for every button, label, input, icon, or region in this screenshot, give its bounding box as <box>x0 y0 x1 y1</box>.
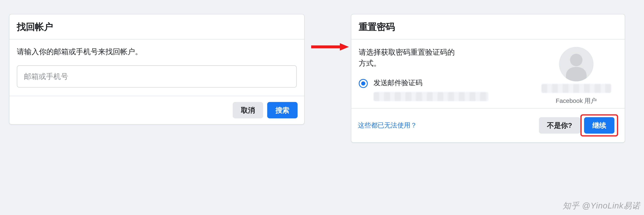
find-account-body: 请输入你的邮箱或手机号来找回帐户。 <box>10 39 304 96</box>
email-or-phone-input[interactable] <box>17 65 297 88</box>
find-account-instruction: 请输入你的邮箱或手机号来找回帐户。 <box>17 47 297 57</box>
masked-email <box>374 92 488 101</box>
user-preview: Facebook 用户 <box>535 47 618 105</box>
reset-password-card: 重置密码 请选择获取密码重置验证码的方式。 发送邮件验证码 <box>351 14 625 143</box>
send-email-code-option[interactable]: 发送邮件验证码 <box>359 78 535 88</box>
reset-password-footer: 这些都已无法使用？ 不是你? 继续 <box>351 108 625 142</box>
reset-password-header: 重置密码 <box>351 15 625 40</box>
continue-button[interactable]: 继续 <box>584 117 614 134</box>
watermark: 知乎 @YinoLink易诺 <box>562 200 640 211</box>
find-account-title: 找回帐户 <box>17 21 297 33</box>
no-access-link[interactable]: 这些都已无法使用？ <box>358 121 417 130</box>
svg-point-3 <box>570 54 582 66</box>
cancel-button[interactable]: 取消 <box>233 102 263 118</box>
search-button[interactable]: 搜索 <box>267 102 298 118</box>
user-type-label: Facebook 用户 <box>556 97 597 105</box>
reset-password-body: 请选择获取密码重置验证码的方式。 发送邮件验证码 <box>351 39 625 108</box>
arrow-icon <box>311 43 349 51</box>
continue-highlight: 继续 <box>580 114 618 136</box>
radio-selected-icon <box>359 79 368 88</box>
avatar-icon <box>559 47 594 81</box>
find-account-footer: 取消 搜索 <box>10 96 304 124</box>
not-you-button[interactable]: 不是你? <box>539 117 580 134</box>
find-account-header: 找回帐户 <box>10 15 304 40</box>
svg-marker-1 <box>340 43 349 51</box>
find-account-card: 找回帐户 请输入你的邮箱或手机号来找回帐户。 取消 搜索 <box>9 14 305 125</box>
reset-password-title: 重置密码 <box>359 21 618 33</box>
masked-username <box>541 84 611 93</box>
send-email-code-label: 发送邮件验证码 <box>374 78 422 88</box>
reset-password-instruction: 请选择获取密码重置验证码的方式。 <box>359 47 462 69</box>
